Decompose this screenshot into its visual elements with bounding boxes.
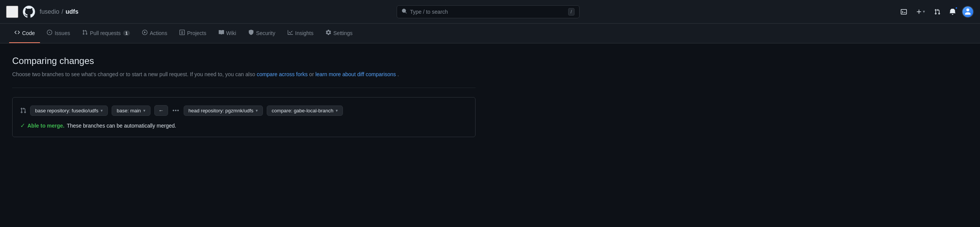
head-repo-dropdown[interactable]: head repository: pgzmnk/udfs ▾ xyxy=(184,106,263,116)
base-repo-label: base repository: fusedio/udfs xyxy=(35,108,98,114)
top-nav: fusedio / udfs Type / to search / xyxy=(0,0,980,24)
main-content: Comparing changes Choose two branches to… xyxy=(0,43,488,149)
tab-code-label: Code xyxy=(22,30,35,36)
tab-settings[interactable]: Settings xyxy=(320,24,358,43)
pull-requests-nav-button[interactable] xyxy=(931,6,943,18)
page-description: Choose two branches to see what's change… xyxy=(12,70,476,78)
org-name[interactable]: fusedio xyxy=(40,8,59,15)
compare-forks-icon xyxy=(20,107,26,114)
repo-nav: Code Issues Pull requests 1 Actions xyxy=(0,24,980,43)
tab-pr-label: Pull requests xyxy=(90,30,121,36)
chevron-down-icon: ▾ xyxy=(923,9,925,14)
desc-after: . xyxy=(397,71,399,77)
merge-able-label: Able to merge. xyxy=(27,123,64,129)
avatar[interactable] xyxy=(962,6,974,18)
compare-box: base repository: fusedio/udfs ▾ base: ma… xyxy=(12,97,476,137)
create-new-button[interactable]: ▾ xyxy=(913,7,928,16)
tab-actions-label: Actions xyxy=(150,30,167,36)
section-divider xyxy=(12,88,476,88)
tab-issues-label: Issues xyxy=(54,30,70,36)
tab-actions[interactable]: Actions xyxy=(137,24,173,43)
tab-projects[interactable]: Projects xyxy=(174,24,212,43)
head-repo-chevron: ▾ xyxy=(256,108,258,113)
base-repo-chevron: ▾ xyxy=(101,108,103,113)
notification-dot xyxy=(955,6,958,10)
tab-code[interactable]: Code xyxy=(9,24,40,43)
head-repo-label: head repository: pgzmnk/udfs xyxy=(189,108,254,114)
search-area: Type / to search / xyxy=(83,5,893,18)
swap-arrow-button[interactable]: ← xyxy=(154,105,168,116)
terminal-button[interactable] xyxy=(898,6,910,18)
tab-security-label: Security xyxy=(256,30,275,36)
search-placeholder: Type / to search xyxy=(410,9,565,15)
pull-requests-icon xyxy=(82,30,88,36)
repo-path: fusedio / udfs xyxy=(40,8,78,15)
tab-issues[interactable]: Issues xyxy=(42,24,75,43)
compare-row: base repository: fusedio/udfs ▾ base: ma… xyxy=(20,105,468,116)
notifications-button[interactable] xyxy=(946,6,959,18)
tab-wiki[interactable]: Wiki xyxy=(213,24,242,43)
base-branch-chevron: ▾ xyxy=(143,108,146,113)
merge-check-icon: ✓ xyxy=(20,122,25,129)
merge-description: These branches can be automatically merg… xyxy=(67,123,176,129)
code-icon xyxy=(14,30,20,36)
settings-icon xyxy=(326,30,331,36)
compare-dots: ••• xyxy=(172,107,180,114)
wiki-icon xyxy=(219,30,224,36)
merge-status: ✓ Able to merge. These branches can be a… xyxy=(20,122,468,129)
hamburger-button[interactable] xyxy=(6,6,18,18)
search-box[interactable]: Type / to search / xyxy=(397,5,580,18)
actions-icon xyxy=(142,30,147,36)
arrow-left-icon: ← xyxy=(159,107,164,114)
search-icon xyxy=(402,8,407,15)
desc-or: or xyxy=(309,71,315,77)
compare-branch-chevron: ▾ xyxy=(336,108,338,113)
github-logo[interactable] xyxy=(23,6,35,18)
security-icon xyxy=(248,30,254,36)
base-branch-dropdown[interactable]: base: main ▾ xyxy=(112,106,151,116)
tab-wiki-label: Wiki xyxy=(226,30,236,36)
tab-insights[interactable]: Insights xyxy=(282,24,319,43)
issues-icon xyxy=(47,30,52,36)
base-repo-dropdown[interactable]: base repository: fusedio/udfs ▾ xyxy=(30,106,108,116)
tab-projects-label: Projects xyxy=(187,30,207,36)
desc-before: Choose two branches to see what's change… xyxy=(12,71,257,77)
tab-insights-label: Insights xyxy=(295,30,314,36)
pr-badge: 1 xyxy=(123,30,130,36)
compare-forks-link[interactable]: compare across forks xyxy=(257,71,308,77)
nav-actions: ▾ xyxy=(898,6,974,18)
tab-pull-requests[interactable]: Pull requests 1 xyxy=(77,24,135,43)
search-shortcut: / xyxy=(568,8,575,16)
page-title: Comparing changes xyxy=(12,56,476,66)
repo-name[interactable]: udfs xyxy=(66,8,78,15)
tab-security[interactable]: Security xyxy=(243,24,281,43)
path-separator: / xyxy=(62,8,63,15)
diff-comparisons-link[interactable]: learn more about diff comparisons xyxy=(315,71,396,77)
compare-branch-label: compare: gabe-local-branch xyxy=(272,108,333,114)
base-branch-label: base: main xyxy=(117,108,141,114)
compare-branch-dropdown[interactable]: compare: gabe-local-branch ▾ xyxy=(267,106,343,116)
projects-icon xyxy=(179,30,185,36)
insights-icon xyxy=(288,30,293,36)
tab-settings-label: Settings xyxy=(333,30,353,36)
